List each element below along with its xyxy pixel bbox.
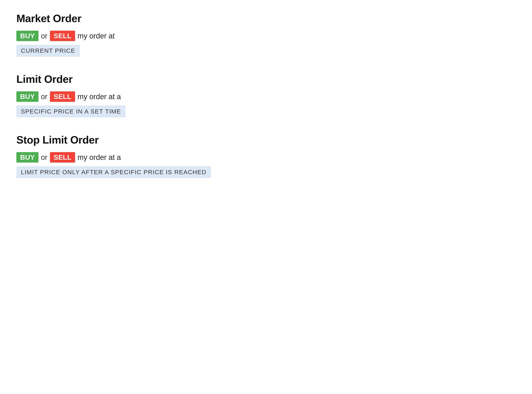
stop-limit-order-line: BUY or SELL my order at a (16, 152, 250, 163)
market-buy-badge: BUY (16, 31, 38, 41)
stop-limit-order-section: Stop Limit Order BUY or SELL my order at… (16, 134, 250, 178)
limit-buy-badge: BUY (16, 91, 38, 102)
stop-sell-badge: SELL (50, 152, 75, 163)
market-order-section: Market Order BUY or SELL my order at CUR… (16, 12, 250, 57)
limit-order-title: Limit Order (16, 73, 250, 85)
stop-or-text: or (41, 153, 47, 162)
stop-line-text: my order at a (78, 153, 121, 162)
market-order-title: Market Order (16, 12, 250, 25)
market-or-text: or (41, 32, 47, 40)
limit-line-text: my order at a (78, 92, 121, 101)
market-sell-badge: SELL (50, 31, 75, 41)
limit-order-line: BUY or SELL my order at a (16, 91, 250, 102)
limit-order-section: Limit Order BUY or SELL my order at a SP… (16, 73, 250, 117)
limit-sell-badge: SELL (50, 91, 75, 102)
market-highlight: CURRENT PRICE (16, 45, 80, 57)
stop-limit-highlight: LIMIT PRICE ONLY AFTER A SPECIFIC PRICE … (16, 166, 211, 178)
stop-buy-badge: BUY (16, 152, 38, 163)
market-order-line: BUY or SELL my order at (16, 31, 250, 41)
limit-or-text: or (41, 92, 47, 101)
stop-limit-order-title: Stop Limit Order (16, 134, 250, 146)
limit-highlight: SPECIFIC PRICE IN A SET TIME (16, 105, 126, 117)
market-line-text: my order at (78, 32, 115, 40)
